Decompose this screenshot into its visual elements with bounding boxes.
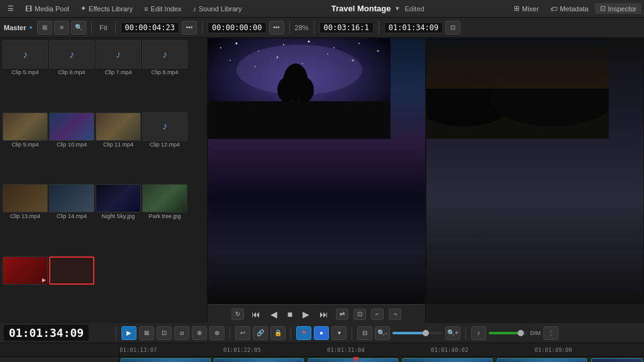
mark-in-btn[interactable]: ⌐ — [371, 309, 384, 320]
dropdown-icon[interactable]: ▾ — [396, 4, 399, 13]
snap-btn[interactable]: ⊟ — [357, 326, 372, 340]
audio-slider-thumb[interactable] — [518, 330, 524, 336]
app-menu-toggle[interactable]: ☰ — [3, 3, 19, 14]
media-pool-panel: ♪ Clip 5.mp4 ♪ Clip 6.mp4 ♪ Clip 7.mp4 ♪… — [0, 38, 208, 323]
ruler-mark-4: 01:01:40:02 — [431, 347, 469, 353]
timeline-preview — [426, 38, 644, 304]
hamburger-icon: ☰ — [8, 4, 14, 13]
flag-btn[interactable]: ⚑ — [296, 326, 311, 340]
media-pool-toolbar: Master ● — [4, 24, 32, 31]
zoom-slider-thumb[interactable] — [423, 330, 429, 336]
project-name: Travel Montage — [331, 4, 391, 13]
timeline-timecode[interactable]: 00:00:00:00 — [208, 22, 266, 33]
timeline-main: 🔒 👁 ⊡ V1 🔒 A1 Audio 1 2.0 🔒 🎥 S M T4 Cli… — [0, 343, 644, 362]
master-label: Master — [4, 24, 26, 31]
svg-point-2 — [220, 47, 221, 48]
timecode-options-2[interactable]: ••• — [269, 21, 284, 35]
color-dot-btn[interactable]: ● — [314, 326, 329, 340]
ratio-display: 00:03:16:1 — [319, 22, 374, 33]
audio-level-slider[interactable] — [489, 332, 526, 334]
audio-btn[interactable]: ♪ — [471, 326, 486, 340]
svg-point-5 — [283, 44, 284, 45]
sparkle-icon: ✦ — [80, 4, 86, 13]
more-options-btn[interactable]: ⋮ — [543, 326, 558, 340]
svg-rect-1 — [208, 101, 391, 139]
timeline-ruler: 01:01:13:07 01:01:22:05 01:01:31:04 01:0… — [119, 343, 644, 357]
svg-rect-27 — [426, 38, 609, 89]
dynamic-trim-btn[interactable]: ⊡ — [157, 326, 172, 340]
source-preview-visual — [208, 38, 391, 139]
prev-frame-btn[interactable]: ⏮ — [249, 308, 263, 321]
list-item[interactable]: ♪ Clip 7.mp4 — [96, 40, 141, 111]
list-item[interactable]: Park tree.jpg — [142, 184, 187, 255]
edit-index-menu[interactable]: ≡ Edit Index — [139, 4, 186, 14]
dim-label: DIM — [530, 330, 541, 336]
list-item[interactable]: Clip 13.mp4 — [3, 184, 48, 255]
effects-library-menu[interactable]: ✦ Effects Library — [75, 3, 138, 14]
link-btn[interactable]: 🔗 — [253, 326, 268, 340]
svg-point-10 — [230, 60, 231, 61]
tracks-content: ⛓ Clip 10.mp4 ⛓ Clip 11.mp4 ⛓ Clip 12.mp… — [119, 357, 644, 362]
list-item[interactable]: Clip 11.mp4 — [96, 112, 141, 184]
zoom-out-btn[interactable]: 🔍- — [375, 326, 390, 340]
list-item[interactable]: ♪ Clip 5.mp4 — [3, 40, 48, 111]
end-options[interactable]: ⊡ — [445, 21, 460, 35]
v1-clip-12[interactable]: ⛓ Clip 12.mp4 — [308, 358, 398, 362]
undo-btn[interactable]: ↩ — [235, 326, 250, 340]
list-item[interactable]: Clip 9.mp4 — [3, 112, 48, 184]
next-frame-btn[interactable]: ⏭ — [317, 308, 331, 321]
v1-clip-14[interactable]: ⛓ Clip 14.mp4 — [497, 358, 587, 362]
trim-tool-btn[interactable]: ⊠ — [139, 326, 154, 340]
color-options[interactable]: ▾ — [331, 326, 347, 340]
list-item[interactable]: Clip 14.mp4 — [49, 184, 94, 255]
svg-point-20 — [295, 77, 314, 102]
timecode-options[interactable]: ••• — [182, 21, 197, 35]
media-pool-menu[interactable]: 🎞 Media Pool — [20, 4, 74, 14]
loop-btn[interactable]: ↻ — [231, 309, 244, 320]
match-frame-btn[interactable]: ⊡ — [353, 309, 366, 320]
separator-4 — [289, 21, 290, 34]
metadata-menu[interactable]: 🏷 Metadata — [545, 4, 594, 14]
search-btn[interactable]: 🔍 — [71, 21, 86, 35]
separator-5 — [314, 21, 314, 34]
rewind-btn[interactable]: ◀ — [268, 308, 280, 321]
blade-tool-btn[interactable]: ⧄ — [174, 326, 189, 340]
list-item[interactable]: ♪ Clip 12.mp4 — [142, 112, 187, 184]
list-item[interactable]: Clip 10.mp4 — [49, 112, 94, 184]
play-btn[interactable]: ▶ — [300, 308, 312, 321]
list-item[interactable]: ♪ Clip 6.mp4 — [49, 40, 94, 111]
inspector-menu[interactable]: ⊡ Inspector — [595, 3, 641, 14]
list-icon: ≡ — [144, 5, 148, 13]
slip-tool-btn[interactable]: ⊕ — [192, 326, 207, 340]
select-tool-btn[interactable]: ▶ — [121, 326, 136, 340]
lock-btn[interactable]: 🔒 — [270, 326, 286, 340]
v1-clip-10[interactable]: ⛓ Clip 10.mp4 — [121, 358, 211, 362]
loop-section-btn[interactable]: ⇄ — [336, 309, 348, 320]
stop-btn[interactable]: ■ — [285, 308, 295, 321]
fit-label: Fit — [97, 24, 109, 31]
list-item[interactable] — [49, 256, 94, 321]
sound-library-menu[interactable]: ♪ Sound Library — [188, 4, 247, 14]
v1-night-sky[interactable]: ⛓ Night Sky.jpg — [591, 358, 643, 362]
zoom-slider[interactable] — [392, 332, 443, 334]
slide-tool-btn[interactable]: ⊗ — [209, 326, 225, 340]
view-buttons: ⊞ ≡ 🔍 — [37, 21, 86, 35]
source-timecode[interactable]: 00:00:04:23 — [121, 22, 179, 33]
list-item[interactable]: Night Sky.jpg — [96, 184, 141, 255]
v1-track-header[interactable]: 🔒 👁 ⊡ V1 — [0, 357, 119, 362]
tl-sep-4 — [352, 327, 352, 339]
tag-icon: 🏷 — [550, 5, 557, 13]
list-view-btn[interactable]: ≡ — [54, 21, 69, 35]
v1-clip-11[interactable]: ⛓ Clip 11.mp4 — [214, 358, 304, 362]
mixer-menu[interactable]: ⊞ Mixer — [509, 3, 544, 14]
timeline-timecode-area: 01:01:34:09 — [4, 325, 111, 341]
svg-point-7 — [333, 47, 335, 48]
zoom-level: 28% — [295, 24, 309, 31]
v1-clip-13[interactable]: ⛓ Clip 1.mp4 — [402, 358, 492, 362]
grid-view-btn[interactable]: ⊞ — [37, 21, 52, 35]
list-item[interactable]: ▶ — [3, 256, 48, 321]
zoom-in-btn[interactable]: 🔍+ — [445, 326, 460, 340]
timeline-preview-visual — [426, 38, 609, 139]
mark-out-btn[interactable]: ¬ — [389, 309, 401, 320]
list-item[interactable]: ♪ Clip 8.mp4 — [142, 40, 187, 111]
